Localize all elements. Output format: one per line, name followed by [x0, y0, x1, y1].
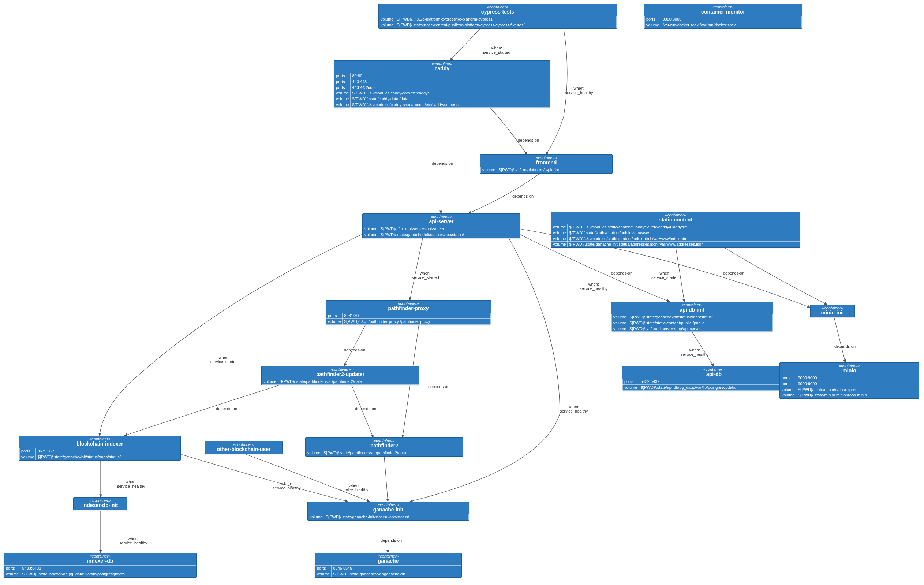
container-api-db-init[interactable]: «container»api-db-initvolume${PWD}/.stat…: [611, 302, 773, 332]
prop-key: volume: [780, 392, 796, 398]
table-row: ports9000:9000: [780, 375, 919, 381]
stereotype: «container»: [647, 5, 800, 9]
container-title: ganache: [317, 558, 459, 564]
edge-api-server-to-ganache-init: [410, 238, 560, 502]
edge-frontend-to-api-server: [469, 172, 541, 213]
prop-value: ${PWD}/.state/ganache:/var/ganache-db: [332, 572, 462, 577]
prop-value: 80:80: [351, 73, 550, 79]
prop-value: ${PWD}/../../modules/caddy-src/ca-certs:…: [351, 102, 550, 107]
edge-minio-init-to-minio: [834, 319, 845, 362]
container-props: ports8081:80volume${PWD}/../../../pathfi…: [326, 312, 491, 324]
container-props: ports8675:8675volume${PWD}/.state/ganach…: [20, 448, 180, 460]
edge-label: when:service_healthy: [119, 536, 147, 545]
edge-label: depends-on: [611, 271, 632, 275]
table-row: ports443:443/udp: [335, 84, 550, 91]
edge-label: depends-on: [381, 538, 402, 542]
prop-value: ${PWD}/.state/ganache-init/status/:/app/…: [628, 314, 772, 320]
prop-key: ports: [20, 448, 36, 454]
container-props: volume${PWD}/../../../api-server:/api-se…: [363, 226, 520, 238]
prop-key: ports: [623, 379, 639, 385]
container-props: volume${PWD}/.state/pathfinder:/var/path…: [305, 450, 463, 456]
container-pathfinder2[interactable]: «container»pathfinder2volume${PWD}/.stat…: [305, 438, 463, 456]
container-pathfinder-proxy[interactable]: «container»pathfinder-proxyports8081:80v…: [326, 300, 491, 325]
table-row: volume${PWD}/../../modules/static-conten…: [551, 236, 800, 241]
table-row: volume${PWD}/../../../o-platform-cypress…: [379, 17, 617, 22]
prop-key: volume: [335, 102, 351, 107]
container-caddy[interactable]: «container»caddyports80:80ports443:443po…: [334, 60, 550, 108]
stereotype: «container»: [483, 155, 610, 160]
container-cypress-tests[interactable]: «container»cypress-testsvolume${PWD}/../…: [378, 4, 617, 28]
container-api-db[interactable]: «container»api-dbports5432:5432volume${P…: [622, 366, 806, 391]
prop-key: volume: [363, 226, 379, 232]
container-other-blockchain-user[interactable]: «container»other-blockchain-user: [205, 441, 282, 454]
prop-key: ports: [4, 565, 20, 572]
table-row: ports443:443: [335, 79, 550, 85]
prop-value: 3000:3000: [661, 17, 802, 22]
prop-key: volume: [308, 514, 324, 520]
prop-key: ports: [780, 381, 796, 387]
edge-label: when:service_healthy: [565, 86, 593, 95]
prop-key: volume: [335, 96, 351, 102]
prop-value: ${PWD}/../../../o-platform-cypress/:/o-p…: [395, 17, 617, 22]
container-title: ganache-init: [310, 507, 467, 512]
edge-caddy-to-frontend: [490, 108, 527, 154]
edge-cypress-tests-to-caddy: [450, 28, 481, 60]
table-row: volume${PWD}/.state/static-content/publi…: [612, 320, 772, 326]
container-props: volume${PWD}/.state/ganache-init/status/…: [308, 514, 469, 520]
edge-static-content-to-minio-init: [717, 243, 827, 304]
prop-key: volume: [551, 230, 568, 236]
container-container-monitor[interactable]: «container»container-monitorports3000:30…: [644, 4, 802, 28]
table-row: ports80:80: [335, 73, 550, 79]
container-props: ports3000:3000volume/var/run/docker.sock…: [644, 16, 802, 28]
stereotype: «container»: [381, 5, 614, 9]
edge-label: when:service_started: [210, 355, 238, 364]
stereotype: «container»: [553, 213, 798, 217]
edge-label: depends-on: [512, 194, 533, 198]
edge-blockchain-indexer-to-ganache-init: [180, 454, 348, 502]
prop-value: 8545:8545: [332, 565, 462, 572]
table-row: volume${PWD}/../../modules/caddy-src/ca-…: [335, 102, 550, 107]
prop-value: ${PWD}/../../../pathfinder-proxy:/pathfi…: [343, 319, 491, 325]
edge-label: depends-on: [723, 271, 744, 275]
table-row: volume${PWD}/.state/pathfinder:/var/path…: [262, 379, 419, 385]
container-indexer-db[interactable]: «container»indexer-dbports5433:5432volum…: [4, 553, 196, 578]
prop-key: ports: [327, 313, 343, 319]
container-pathfinder2-updater[interactable]: «container»pathfinder2-updatervolume${PW…: [261, 366, 419, 385]
container-title: indexer-db-init: [76, 502, 124, 508]
edge-label: when:service_healthy: [272, 481, 300, 490]
container-ganache-init[interactable]: «container»ganache-initvolume${PWD}/.sta…: [307, 502, 469, 521]
prop-value: 8675:8675: [36, 448, 180, 454]
edge-other-blockchain-user-to-ganache-init: [245, 454, 370, 502]
table-row: volume${PWD}/../../../o-platform:/o-plat…: [481, 167, 612, 173]
prop-value: ${PWD}/.state/ganache-init/status/:/app/…: [324, 514, 469, 520]
table-row: volume${PWD}/.state/indexer-db/pg_data:/…: [4, 572, 196, 577]
container-blockchain-indexer[interactable]: «container»blockchain-indexerports8675:8…: [19, 436, 181, 461]
prop-key: volume: [481, 167, 497, 173]
stereotype: «container»: [6, 554, 194, 558]
prop-key: ports: [335, 84, 351, 91]
container-minio-init[interactable]: «container»minio-init: [810, 304, 855, 317]
stereotype: «container»: [625, 367, 803, 372]
edge-api-db-init-to-api-db: [691, 331, 714, 366]
container-ganache[interactable]: «container»ganacheports8545:8545volume${…: [315, 553, 462, 578]
stereotype: «container»: [328, 301, 488, 306]
container-frontend[interactable]: «container»frontendvolume${PWD}/../../..…: [480, 154, 612, 174]
container-api-server[interactable]: «container»api-servervolume${PWD}/../../…: [362, 213, 520, 238]
table-row: volume${PWD}/.state/ganache-init/status/…: [20, 454, 180, 460]
prop-value: ${PWD}/.state/minio/data:/export: [796, 387, 919, 392]
prop-value: ${PWD}/.state/ganache-init/status/:/app/…: [379, 232, 520, 238]
stereotype: «container»: [317, 554, 459, 558]
prop-key: volume: [379, 17, 395, 22]
prop-key: ports: [645, 17, 661, 22]
container-minio[interactable]: «container»minioports9000:9000ports9090:…: [779, 362, 919, 399]
container-static-content[interactable]: «container»static-contentvolume${PWD}/..…: [551, 212, 800, 248]
container-indexer-db-init[interactable]: «container»indexer-db-init: [73, 497, 127, 510]
edge-label: depends-on: [518, 138, 539, 142]
table-row: volume${PWD}/.state/ganache:/var/ganache…: [315, 572, 462, 577]
prop-value: ${PWD}/.state/pathfinder:/var/pathfinder…: [278, 379, 419, 385]
edge-label: depends-on: [355, 407, 376, 411]
prop-value: ${PWD}/../../modules/static-content/inde…: [568, 236, 800, 241]
stereotype: «container»: [813, 306, 852, 310]
stereotype: «container»: [614, 303, 770, 307]
prop-value: 8081:80: [343, 313, 491, 319]
